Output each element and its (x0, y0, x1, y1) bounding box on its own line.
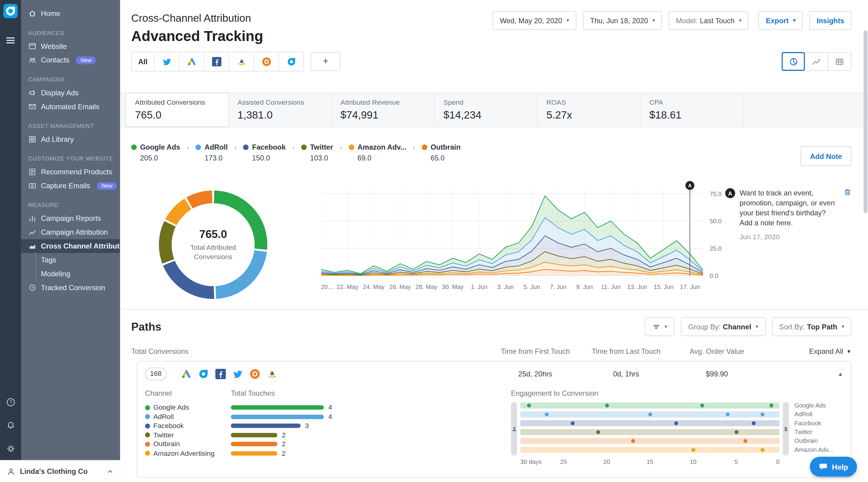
scrollbar[interactable] (864, 0, 867, 482)
paths-section: Paths ▾ Group By: Channel ▾ Sort By: Top… (120, 317, 868, 482)
hamburger-menu-icon[interactable] (5, 35, 16, 45)
x-axis-tick: 9. Jun (576, 283, 593, 290)
sidebar-item-tags[interactable]: Tags (21, 253, 120, 267)
metric-label: Attributed Revenue (341, 99, 425, 107)
breakdown-item-outbrain[interactable]: Outbrain65.0 (422, 143, 461, 162)
sidebar-item-label: Tracked Conversion (41, 283, 105, 292)
app-root: ? Home AUDIENCESWebsiteContactsNewCAMPAI… (0, 0, 868, 482)
add-note-button[interactable]: Add Note (801, 146, 851, 166)
help-button[interactable]: Help (810, 457, 857, 477)
collapse-row-icon[interactable]: ▲ (762, 371, 843, 377)
metric-spend[interactable]: Spend$14,234 (435, 93, 537, 127)
metric-attributed-revenue[interactable]: Attributed Revenue$74,991 (332, 93, 434, 127)
view-toggle-table[interactable] (828, 52, 851, 71)
sidebar-sections: AUDIENCESWebsiteContactsNewCAMPAIGNSDisp… (21, 29, 120, 294)
breakdown-item-twitter[interactable]: Twitter103.0 (301, 143, 333, 162)
metric-value: 5.27x (547, 109, 631, 121)
sidebar-item-cross-channel-attribution[interactable]: Cross Channel Attribution (21, 239, 120, 253)
sidebar-item-website[interactable]: Website (21, 39, 120, 53)
adroll-icon (286, 57, 296, 66)
tab-facebook[interactable] (204, 52, 228, 71)
scrollbar-thumb[interactable] (864, 30, 867, 213)
metric-attributed-conversions[interactable]: Attributed Conversions765.0 (126, 93, 228, 127)
engagement-right-handle[interactable]: $ (783, 402, 789, 456)
tab-adroll[interactable] (278, 52, 303, 71)
donut-center: 765.0 Total Attributed Conversions (159, 190, 268, 299)
sidebar-item-capture-emails[interactable]: Capture EmailsNew (21, 179, 120, 193)
engagement-left-handle[interactable] (511, 402, 517, 456)
touches-bar (231, 415, 323, 419)
touch-dot (726, 412, 730, 416)
breakdown-item-google-ads[interactable]: Google Ads205.0 (131, 143, 180, 162)
group-by-dropdown[interactable]: Group By: Channel ▾ (681, 317, 766, 336)
account-switcher[interactable]: Linda's Clothing Co (0, 460, 120, 482)
area-chart-icon (28, 242, 37, 250)
engagement-legend: Google AdsAdRollFacebookTwitterOutbrainA… (795, 402, 843, 456)
bar-chart-icon (28, 214, 37, 222)
tab-twitter[interactable] (154, 52, 179, 71)
export-button[interactable]: Export ▾ (758, 11, 803, 30)
tab-all-channels[interactable]: All (132, 52, 154, 71)
sidebar-item-display-ads[interactable]: Display Ads (21, 86, 120, 100)
expand-all-button[interactable]: Expand All ▼ (762, 347, 851, 356)
header-controls: Wed, May 20, 2020 ▾ Thu, Jun 18, 2020 ▾ … (493, 11, 851, 30)
view-toggle-line[interactable] (805, 52, 828, 71)
total-touches-table: Channel Total Touches Google Ads4AdRoll4… (145, 389, 433, 466)
sidebar-item-campaign-attribution[interactable]: Campaign Attribution (21, 225, 120, 239)
channel-name: Twitter (310, 143, 333, 151)
end-date-picker[interactable]: Thu, Jun 18, 2020 ▾ (583, 11, 662, 30)
chevron-right-icon: › (234, 143, 237, 152)
sort-by-dropdown[interactable]: Sort By: Top Path ▾ (772, 317, 851, 336)
breakdown-item-facebook[interactable]: Facebook150.0 (243, 143, 286, 162)
adroll-logo-icon[interactable] (3, 4, 18, 19)
delete-note-icon[interactable] (843, 188, 851, 196)
help-icon[interactable]: ? (6, 397, 15, 407)
channel-color-dot (196, 144, 201, 150)
breakdown-item-amazon-adv[interactable]: Amazon Adv...69.0 (349, 143, 406, 162)
notifications-bell-icon[interactable] (6, 421, 15, 430)
breakdown-item-adroll[interactable]: AdRoll173.0 (196, 143, 228, 162)
metric-label: ROAS (547, 99, 631, 107)
sidebar-section-title: MEASURE (28, 202, 120, 208)
sidebar-item-campaign-reports[interactable]: Campaign Reports (21, 211, 120, 225)
touch-dot (570, 421, 575, 425)
sidebar-item-modeling[interactable]: Modeling (21, 267, 120, 281)
metric-assisted-conversions[interactable]: Assisted Conversions1,381.0 (228, 93, 332, 127)
touches-count: 4 (328, 413, 332, 421)
x-axis-tick: 30. May (442, 283, 464, 290)
path-row[interactable]: 168 a 25d, 20hrs 0d, 1hrs $99.90 ▲ (137, 362, 851, 386)
sidebar-item-home[interactable]: Home (21, 7, 120, 21)
sidebar-item-tracked-conversion[interactable]: Tracked Conversion (21, 281, 120, 295)
sidebar-item-recommend-products[interactable]: Recommend Products (21, 165, 120, 179)
col-avg-order: Avg. Order Value (671, 347, 762, 356)
caret-down-icon: ▾ (566, 18, 569, 23)
insights-button[interactable]: Insights (809, 11, 851, 30)
touches-count: 2 (282, 431, 286, 439)
engagement-band-google-ads (520, 402, 779, 409)
start-date-picker[interactable]: Wed, May 20, 2020 ▾ (493, 11, 576, 30)
view-toggle-overview[interactable] (782, 52, 805, 71)
metric-cpa[interactable]: CPA$18.61 (641, 93, 743, 127)
model-dropdown[interactable]: Model: Last Touch ▾ (669, 11, 749, 30)
tab-google-ads[interactable] (179, 52, 204, 71)
channel-name: Google Ads (153, 404, 189, 412)
sidebar-item-ad-library[interactable]: Ad Library (21, 132, 120, 146)
group-by-label: Group By: (688, 323, 720, 331)
metric-roas[interactable]: ROAS5.27x (537, 93, 640, 127)
metric-value: 1,381.0 (237, 109, 322, 121)
engagement-x-tick: 10 (690, 458, 696, 465)
engagement-x-tick: 5 (735, 458, 738, 465)
sidebar-item-contacts[interactable]: ContactsNew (21, 53, 120, 67)
sidebar-item-automated-emails[interactable]: Automated Emails (21, 99, 120, 113)
touches-row-facebook: Facebook3 (145, 421, 433, 430)
metric-label: CPA (649, 99, 734, 107)
tab-amazon[interactable]: a (228, 52, 254, 71)
tab-outbrain[interactable] (254, 52, 279, 71)
channel-color-dot (243, 144, 249, 150)
facebook-icon (212, 57, 221, 66)
add-channel-button[interactable]: + (311, 52, 341, 71)
engagement-legend-item: Outbrain (795, 438, 843, 444)
paths-filter-dropdown[interactable]: ▾ (645, 317, 674, 336)
sidebar-item-label: Campaign Reports (41, 214, 101, 222)
settings-gear-icon[interactable] (6, 444, 15, 453)
